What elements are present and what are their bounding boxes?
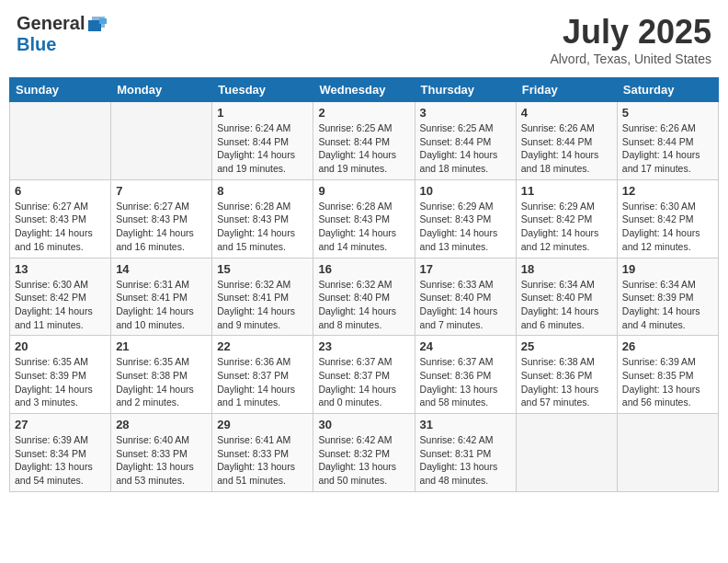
location-text: Alvord, Texas, United States bbox=[550, 52, 711, 66]
calendar-cell: 16Sunrise: 6:32 AMSunset: 8:40 PMDayligh… bbox=[313, 258, 415, 336]
calendar-cell: 6Sunrise: 6:27 AMSunset: 8:43 PMDaylight… bbox=[10, 179, 111, 258]
week-row-5: 27Sunrise: 6:39 AMSunset: 8:34 PMDayligh… bbox=[10, 414, 719, 492]
logo-general-text: General bbox=[17, 13, 85, 34]
calendar-cell: 20Sunrise: 6:35 AMSunset: 8:39 PMDayligh… bbox=[10, 336, 111, 414]
svg-marker-2 bbox=[99, 18, 107, 24]
weekday-header-friday: Friday bbox=[516, 78, 617, 102]
day-info: Sunrise: 6:28 AMSunset: 8:43 PMDaylight:… bbox=[217, 200, 308, 254]
logo: General Blue bbox=[17, 13, 108, 55]
page-header: General Blue July 2025 Alvord, Texas, Un… bbox=[9, 9, 719, 70]
day-number: 6 bbox=[15, 184, 106, 198]
calendar-cell: 25Sunrise: 6:38 AMSunset: 8:36 PMDayligh… bbox=[516, 336, 617, 414]
weekday-header-thursday: Thursday bbox=[415, 78, 516, 102]
logo-icon bbox=[86, 15, 107, 33]
calendar-cell: 17Sunrise: 6:33 AMSunset: 8:40 PMDayligh… bbox=[415, 258, 516, 336]
day-number: 23 bbox=[318, 339, 409, 353]
day-number: 5 bbox=[622, 106, 713, 120]
day-info: Sunrise: 6:39 AMSunset: 8:34 PMDaylight:… bbox=[15, 433, 106, 488]
calendar-cell: 21Sunrise: 6:35 AMSunset: 8:38 PMDayligh… bbox=[111, 336, 212, 414]
day-number: 16 bbox=[318, 262, 409, 276]
calendar-cell: 28Sunrise: 6:40 AMSunset: 8:33 PMDayligh… bbox=[111, 414, 212, 492]
calendar-cell: 11Sunrise: 6:29 AMSunset: 8:42 PMDayligh… bbox=[516, 179, 617, 258]
day-info: Sunrise: 6:26 AMSunset: 8:44 PMDaylight:… bbox=[622, 121, 713, 176]
calendar-cell: 31Sunrise: 6:42 AMSunset: 8:31 PMDayligh… bbox=[415, 414, 516, 492]
weekday-header-saturday: Saturday bbox=[617, 78, 718, 102]
day-number: 18 bbox=[521, 262, 612, 276]
day-info: Sunrise: 6:35 AMSunset: 8:38 PMDaylight:… bbox=[116, 355, 207, 409]
day-info: Sunrise: 6:27 AMSunset: 8:43 PMDaylight:… bbox=[15, 200, 106, 254]
day-number: 11 bbox=[521, 184, 612, 198]
calendar-cell: 30Sunrise: 6:42 AMSunset: 8:32 PMDayligh… bbox=[313, 414, 415, 492]
day-number: 1 bbox=[217, 106, 308, 120]
calendar-cell bbox=[111, 102, 212, 180]
day-number: 19 bbox=[622, 262, 713, 276]
day-info: Sunrise: 6:36 AMSunset: 8:37 PMDaylight:… bbox=[217, 355, 308, 409]
calendar-cell: 5Sunrise: 6:26 AMSunset: 8:44 PMDaylight… bbox=[617, 102, 718, 180]
calendar-cell: 7Sunrise: 6:27 AMSunset: 8:43 PMDaylight… bbox=[111, 179, 212, 258]
day-number: 14 bbox=[116, 262, 207, 276]
day-info: Sunrise: 6:29 AMSunset: 8:43 PMDaylight:… bbox=[420, 200, 511, 254]
day-info: Sunrise: 6:38 AMSunset: 8:36 PMDaylight:… bbox=[521, 355, 612, 409]
day-info: Sunrise: 6:35 AMSunset: 8:39 PMDaylight:… bbox=[15, 355, 106, 409]
calendar-cell: 27Sunrise: 6:39 AMSunset: 8:34 PMDayligh… bbox=[10, 414, 111, 492]
day-number: 2 bbox=[318, 106, 409, 120]
day-number: 22 bbox=[217, 339, 308, 353]
calendar-cell: 19Sunrise: 6:34 AMSunset: 8:39 PMDayligh… bbox=[617, 258, 718, 336]
calendar-cell: 24Sunrise: 6:37 AMSunset: 8:36 PMDayligh… bbox=[415, 336, 516, 414]
day-number: 21 bbox=[116, 339, 207, 353]
day-info: Sunrise: 6:29 AMSunset: 8:42 PMDaylight:… bbox=[521, 200, 612, 254]
day-info: Sunrise: 6:27 AMSunset: 8:43 PMDaylight:… bbox=[116, 200, 207, 254]
week-row-4: 20Sunrise: 6:35 AMSunset: 8:39 PMDayligh… bbox=[10, 336, 719, 414]
week-row-2: 6Sunrise: 6:27 AMSunset: 8:43 PMDaylight… bbox=[10, 179, 719, 258]
day-number: 9 bbox=[318, 184, 409, 198]
day-number: 31 bbox=[420, 418, 511, 431]
calendar-cell: 1Sunrise: 6:24 AMSunset: 8:44 PMDaylight… bbox=[212, 102, 313, 180]
day-info: Sunrise: 6:33 AMSunset: 8:40 PMDaylight:… bbox=[420, 278, 511, 332]
day-info: Sunrise: 6:34 AMSunset: 8:39 PMDaylight:… bbox=[622, 278, 713, 332]
calendar-cell: 26Sunrise: 6:39 AMSunset: 8:35 PMDayligh… bbox=[617, 336, 718, 414]
calendar-cell: 8Sunrise: 6:28 AMSunset: 8:43 PMDaylight… bbox=[212, 179, 313, 258]
day-info: Sunrise: 6:30 AMSunset: 8:42 PMDaylight:… bbox=[15, 278, 106, 332]
day-info: Sunrise: 6:25 AMSunset: 8:44 PMDaylight:… bbox=[318, 121, 409, 176]
calendar-cell: 9Sunrise: 6:28 AMSunset: 8:43 PMDaylight… bbox=[313, 179, 415, 258]
day-number: 7 bbox=[116, 184, 207, 198]
calendar-cell: 23Sunrise: 6:37 AMSunset: 8:37 PMDayligh… bbox=[313, 336, 415, 414]
day-number: 13 bbox=[15, 262, 106, 276]
day-number: 3 bbox=[420, 106, 511, 120]
week-row-1: 1Sunrise: 6:24 AMSunset: 8:44 PMDaylight… bbox=[10, 102, 719, 180]
calendar-cell: 3Sunrise: 6:25 AMSunset: 8:44 PMDaylight… bbox=[415, 102, 516, 180]
calendar-cell: 14Sunrise: 6:31 AMSunset: 8:41 PMDayligh… bbox=[111, 258, 212, 336]
calendar-table: SundayMondayTuesdayWednesdayThursdayFrid… bbox=[9, 77, 719, 492]
day-number: 17 bbox=[420, 262, 511, 276]
day-number: 25 bbox=[521, 339, 612, 353]
week-row-3: 13Sunrise: 6:30 AMSunset: 8:42 PMDayligh… bbox=[10, 258, 719, 336]
calendar-cell: 10Sunrise: 6:29 AMSunset: 8:43 PMDayligh… bbox=[415, 179, 516, 258]
calendar-cell: 22Sunrise: 6:36 AMSunset: 8:37 PMDayligh… bbox=[212, 336, 313, 414]
day-info: Sunrise: 6:42 AMSunset: 8:32 PMDaylight:… bbox=[318, 433, 409, 488]
svg-marker-1 bbox=[88, 20, 101, 31]
day-number: 20 bbox=[15, 339, 106, 353]
day-info: Sunrise: 6:24 AMSunset: 8:44 PMDaylight:… bbox=[217, 121, 308, 176]
day-number: 12 bbox=[622, 184, 713, 198]
day-info: Sunrise: 6:32 AMSunset: 8:40 PMDaylight:… bbox=[318, 278, 409, 332]
calendar-cell: 29Sunrise: 6:41 AMSunset: 8:33 PMDayligh… bbox=[212, 414, 313, 492]
day-number: 27 bbox=[15, 418, 106, 431]
day-number: 26 bbox=[622, 339, 713, 353]
day-info: Sunrise: 6:37 AMSunset: 8:36 PMDaylight:… bbox=[420, 355, 511, 409]
day-number: 30 bbox=[318, 418, 409, 431]
day-number: 4 bbox=[521, 106, 612, 120]
calendar-cell: 15Sunrise: 6:32 AMSunset: 8:41 PMDayligh… bbox=[212, 258, 313, 336]
month-year-title: July 2025 bbox=[550, 13, 711, 52]
day-info: Sunrise: 6:26 AMSunset: 8:44 PMDaylight:… bbox=[521, 121, 612, 176]
calendar-cell: 12Sunrise: 6:30 AMSunset: 8:42 PMDayligh… bbox=[617, 179, 718, 258]
day-number: 29 bbox=[217, 418, 308, 431]
weekday-header-row: SundayMondayTuesdayWednesdayThursdayFrid… bbox=[10, 78, 719, 102]
calendar-cell: 4Sunrise: 6:26 AMSunset: 8:44 PMDaylight… bbox=[516, 102, 617, 180]
calendar-cell: 2Sunrise: 6:25 AMSunset: 8:44 PMDaylight… bbox=[313, 102, 415, 180]
weekday-header-tuesday: Tuesday bbox=[212, 78, 313, 102]
calendar-cell bbox=[617, 414, 718, 492]
title-area: July 2025 Alvord, Texas, United States bbox=[550, 13, 711, 66]
calendar-cell bbox=[516, 414, 617, 492]
day-number: 28 bbox=[116, 418, 207, 431]
day-info: Sunrise: 6:40 AMSunset: 8:33 PMDaylight:… bbox=[116, 433, 207, 488]
